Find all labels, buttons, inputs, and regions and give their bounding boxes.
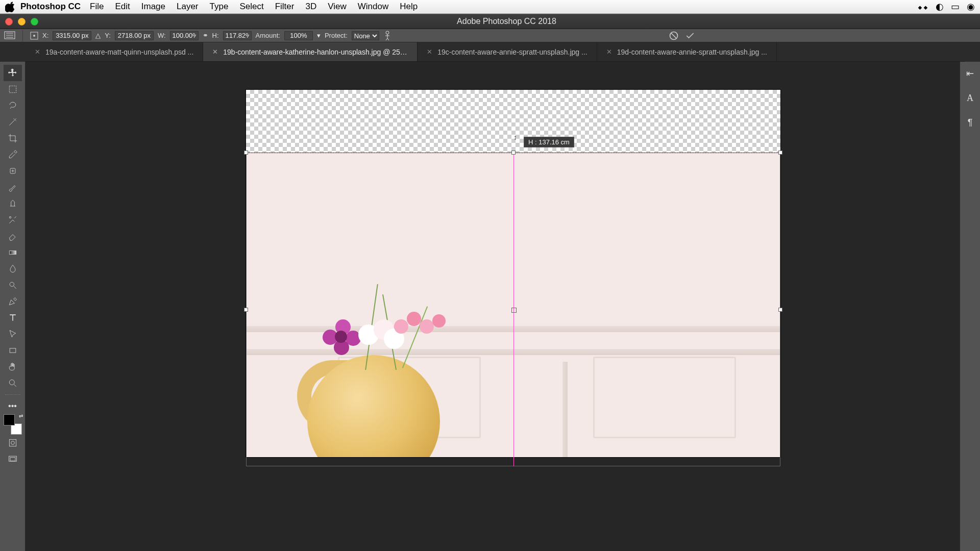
healing-brush-tool[interactable] [4, 163, 22, 179]
type-tool[interactable] [4, 310, 22, 326]
reference-point-icon[interactable] [30, 32, 38, 40]
quick-mask-button[interactable] [4, 435, 22, 451]
hand-tool[interactable] [4, 359, 22, 375]
menu-3d[interactable]: 3D [305, 2, 316, 12]
svg-line-5 [671, 33, 676, 38]
menu-edit[interactable]: Edit [115, 2, 130, 12]
eraser-tool[interactable] [4, 228, 22, 244]
transform-handle-center[interactable] [511, 308, 517, 313]
marquee-tool[interactable] [4, 81, 22, 97]
right-panel-strip: ⇤ A ¶ [960, 62, 980, 551]
eyedropper-tool[interactable] [4, 146, 22, 163]
x-input[interactable] [53, 31, 91, 40]
magic-wand-tool[interactable] [4, 114, 22, 130]
menu-help[interactable]: Help [400, 2, 418, 12]
menu-file[interactable]: File [90, 2, 104, 12]
pen-tool[interactable] [4, 293, 22, 310]
menu-layer[interactable]: Layer [177, 2, 199, 12]
amount-label: Amount: [256, 32, 280, 39]
tab-label: 19d-content-aware-annie-spratt-unsplash.… [617, 48, 767, 56]
commit-transform-button[interactable] [684, 30, 696, 42]
amount-dropdown-icon[interactable]: ▾ [317, 32, 321, 39]
menu-type[interactable]: Type [210, 2, 229, 12]
current-tool-icon[interactable] [4, 31, 15, 40]
paragraph-panel-icon[interactable]: ¶ [963, 115, 978, 130]
history-brush-tool[interactable] [4, 212, 22, 228]
move-tool[interactable] [4, 65, 22, 81]
canvas-area[interactable]: ↕ H : 137.16 cm [26, 62, 960, 551]
swap-colors-icon[interactable]: ⇄ [19, 413, 23, 419]
clone-stamp-tool[interactable] [4, 195, 22, 212]
menu-view[interactable]: View [328, 2, 347, 12]
svg-point-2 [33, 35, 35, 37]
path-select-tool[interactable] [4, 326, 22, 342]
crop-tool[interactable] [4, 130, 22, 146]
svg-rect-13 [9, 439, 16, 446]
link-wh-icon[interactable]: ⚭ [203, 32, 208, 39]
tools-panel: ••• ⇄ [0, 62, 26, 551]
document-tab[interactable]: ✕ 19b-content-aware-katherine-hanlon-uns… [203, 42, 418, 61]
screen-mode-button[interactable] [4, 451, 22, 467]
blur-tool[interactable] [4, 261, 22, 277]
transform-handle-ne[interactable] [778, 151, 782, 155]
close-tab-icon[interactable]: ✕ [212, 48, 218, 56]
menu-window[interactable]: Window [358, 2, 388, 12]
menu-image[interactable]: Image [141, 2, 165, 12]
workspace: ••• ⇄ [0, 62, 980, 551]
window-zoom-button[interactable] [31, 18, 38, 26]
display-icon[interactable]: ▭ [951, 1, 960, 12]
rectangle-tool[interactable] [4, 342, 22, 359]
menu-filter[interactable]: Filter [275, 2, 295, 12]
lasso-tool[interactable] [4, 97, 22, 114]
apple-menu-icon[interactable] [5, 1, 16, 12]
edit-toolbar-button[interactable]: ••• [4, 398, 22, 414]
menu-select[interactable]: Select [239, 2, 263, 12]
window-close-button[interactable] [5, 18, 13, 26]
x-label: X: [42, 32, 48, 39]
protect-skin-icon[interactable] [383, 31, 391, 41]
protect-label: Protect: [325, 32, 348, 39]
transform-handle-e[interactable] [778, 308, 782, 312]
character-panel-icon[interactable]: A [963, 90, 978, 106]
app-name[interactable]: Photoshop CC [20, 2, 81, 12]
protect-select[interactable]: None [352, 31, 379, 40]
transform-handle-n[interactable] [511, 151, 516, 155]
window-titlebar: Adobe Photoshop CC 2018 [0, 14, 980, 29]
svg-point-14 [11, 441, 14, 445]
document-tab[interactable]: ✕ 19d-content-aware-annie-spratt-unsplas… [597, 42, 777, 61]
siri-icon[interactable]: ◉ [967, 1, 975, 12]
tab-label: 19a-content-aware-matt-quinn-unsplash.ps… [45, 48, 193, 56]
delta-icon[interactable]: △ [95, 32, 101, 39]
transform-handle-nw[interactable] [244, 151, 248, 155]
window-title: Adobe Photoshop CC 2018 [457, 17, 556, 26]
gradient-tool[interactable] [4, 244, 22, 261]
h-label: H: [212, 32, 219, 39]
document-tab[interactable]: ✕ 19a-content-aware-matt-quinn-unsplash.… [26, 42, 203, 61]
amount-input[interactable] [284, 31, 313, 40]
dropbox-icon[interactable]: ⬥⬥ [917, 2, 928, 12]
color-swatches[interactable]: ⇄ [4, 414, 22, 435]
w-input[interactable] [170, 31, 199, 40]
expand-panels-icon[interactable]: ⇤ [963, 66, 978, 81]
transform-bounding-box[interactable] [246, 153, 780, 466]
svg-point-12 [9, 380, 14, 385]
h-input[interactable] [223, 31, 252, 40]
w-label: W: [158, 32, 166, 39]
y-label: Y: [105, 32, 111, 39]
close-tab-icon[interactable]: ✕ [606, 48, 612, 56]
dodge-tool[interactable] [4, 277, 22, 293]
cancel-transform-button[interactable] [668, 30, 680, 42]
brush-tool[interactable] [4, 179, 22, 195]
svg-point-8 [9, 216, 11, 218]
zoom-tool[interactable] [4, 375, 22, 391]
transform-measurement-tooltip: H : 137.16 cm [524, 137, 574, 147]
document-tab[interactable]: ✕ 19c-content-aware-annie-spratt-unsplas… [418, 42, 597, 61]
creative-cloud-icon[interactable]: ◐ [936, 1, 944, 12]
window-minimize-button[interactable] [18, 18, 26, 26]
transform-handle-w[interactable] [244, 308, 248, 312]
foreground-color-swatch[interactable] [4, 414, 15, 425]
close-tab-icon[interactable]: ✕ [35, 48, 40, 56]
svg-point-10 [10, 282, 14, 286]
y-input[interactable] [115, 31, 154, 40]
close-tab-icon[interactable]: ✕ [427, 48, 432, 56]
